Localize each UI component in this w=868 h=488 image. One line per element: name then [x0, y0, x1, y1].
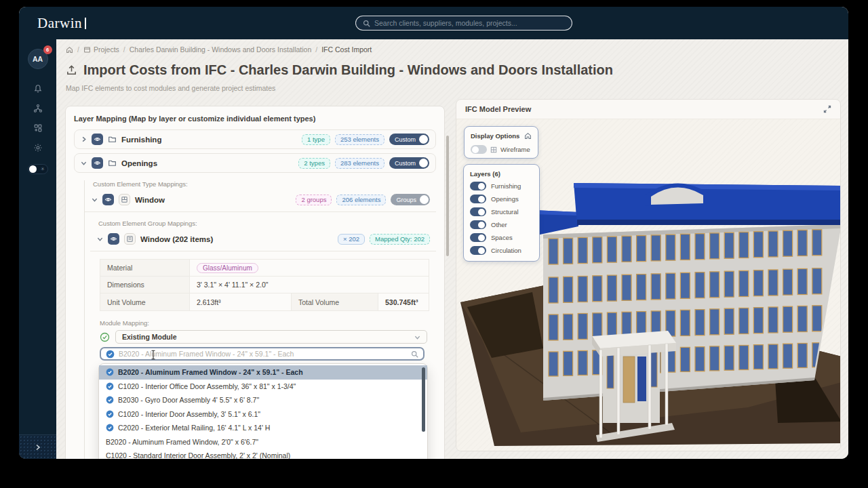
theme-toggle[interactable]: ☀ — [28, 164, 48, 174]
layer-toggle[interactable] — [470, 246, 486, 255]
module-option[interactable]: B2020 - Aluminum Framed Window - 24" x 5… — [99, 365, 427, 380]
layer-toggle-label: Furnishing — [491, 182, 521, 190]
breadcrumb-current: IFC Cost Import — [321, 45, 372, 54]
group-name: Window (202 items) — [140, 235, 333, 243]
layer-toggle[interactable] — [470, 233, 486, 242]
group-row-window[interactable]: Window (202 items) × 202 Mapped Qty: 202 — [90, 232, 436, 251]
module-option[interactable]: C2020 - Exterior Metal Railing, 16' 4.1"… — [99, 421, 427, 435]
breadcrumb-projects[interactable]: Projects — [83, 45, 119, 54]
main-content: / Projects / Charles Darwin Building - W… — [56, 39, 848, 459]
workflow-icon[interactable] — [33, 104, 43, 113]
module-option-label: C1020 - Standard Interior Door Assembly,… — [106, 451, 290, 459]
panel-scrollbar[interactable] — [446, 136, 449, 256]
visibility-toggle[interactable] — [92, 157, 103, 169]
check-circle-icon — [106, 368, 114, 376]
model-viewport[interactable]: Display Options Wireframe Layers (6) Fur… — [456, 119, 840, 451]
layer-name: Openings — [121, 159, 294, 167]
module-option[interactable]: C1020 - Interior Office Door Assembly, 3… — [99, 380, 427, 394]
check-circle-icon — [106, 382, 114, 390]
breadcrumb-home[interactable] — [66, 46, 73, 54]
dropdown-scrollbar[interactable] — [422, 367, 425, 432]
ibeam-cursor — [150, 350, 157, 363]
settings-gear-icon[interactable] — [33, 143, 43, 152]
wireframe-icon — [490, 146, 497, 153]
layer-visibility-row: Furnishing — [470, 182, 533, 190]
layer-toggle[interactable] — [470, 220, 486, 229]
module-search-input[interactable]: B2020 - Aluminum Framed Window - 24" x 5… — [100, 347, 425, 361]
breadcrumb: / Projects / Charles Darwin Building - W… — [66, 45, 372, 54]
expand-icon[interactable] — [823, 105, 831, 113]
table-row: Unit Volume 2.613ft³ Total Volume 530.74… — [100, 293, 429, 310]
home-icon[interactable] — [524, 132, 532, 140]
module-option-label: C1020 - Interior Door Assembly, 3' 5.1" … — [118, 410, 260, 418]
elements-badge: 253 elements — [335, 134, 384, 145]
layers-card: Layers (6) FurnishingOpeningsStructuralO… — [463, 164, 540, 262]
module-option-label: C2020 - Exterior Metal Railing, 16' 4.1"… — [118, 424, 270, 432]
layer-visibility-row: Other — [470, 220, 533, 229]
module-option[interactable]: C1020 - Standard Interior Door Assembly,… — [99, 449, 427, 459]
module-option[interactable]: B2030 - Gyro Door Assembly 4' 5.5" x 6' … — [99, 393, 427, 407]
home-icon — [66, 46, 73, 54]
types-badge: 1 type — [302, 134, 330, 145]
breadcrumb-project-name[interactable]: Charles Darwin Building - Windows and Do… — [130, 45, 311, 54]
types-badge: 2 types — [298, 158, 330, 169]
chevron-down-icon[interactable] — [97, 236, 103, 242]
module-option[interactable]: C1020 - Interior Door Assembly, 3' 5.1" … — [99, 407, 427, 422]
custom-toggle[interactable]: Custom — [389, 134, 429, 145]
chevron-right-icon[interactable] — [81, 136, 87, 142]
groups-badge: 2 groups — [296, 195, 332, 205]
layer-row-furnishing[interactable]: Furnishing 1 type 253 elements Custom — [74, 129, 436, 149]
module-option-label: B2030 - Gyro Door Assembly 4' 5.5" x 6' … — [118, 396, 259, 404]
layer-mapping-title: Layer Mapping (Map by layer or customize… — [74, 115, 436, 123]
type-row-window[interactable]: Window 2 groups 206 elements Groups — [85, 192, 436, 212]
material-label: Material — [100, 260, 190, 276]
material-value: Glass/Aluminum — [197, 263, 258, 273]
layer-toggle-label: Structural — [491, 208, 519, 216]
chevron-right-icon — [35, 444, 41, 451]
visibility-toggle[interactable] — [108, 233, 119, 245]
layer-name: Furnishing — [121, 136, 297, 144]
layer-row-openings[interactable]: Openings 2 types 283 elements Custom — [74, 153, 436, 173]
preview-title: IFC Model Preview — [465, 105, 531, 113]
wireframe-label: Wireframe — [500, 146, 530, 153]
elements-badge: 283 elements — [335, 158, 384, 169]
window-group-icon — [124, 233, 136, 245]
layer-visibility-row: Openings — [470, 195, 533, 203]
layer-toggle[interactable] — [470, 182, 486, 190]
page-subtitle: Map IFC elements to cost modules and gen… — [66, 84, 275, 92]
visibility-toggle[interactable] — [102, 194, 114, 205]
group-mappings-label: Custom Element Group Mappings: — [98, 220, 436, 227]
module-option[interactable]: B2020 - Aluminum Framed Window, 2'0" x 6… — [99, 435, 427, 449]
unit-volume-label: Unit Volume — [100, 293, 190, 310]
global-search-input[interactable]: Search clients, suppliers, modules, proj… — [355, 16, 572, 30]
modules-icon[interactable] — [33, 123, 43, 133]
check-circle-icon — [106, 410, 114, 418]
total-volume-value: 530.745ft³ — [378, 293, 429, 310]
table-row: Material Glass/Aluminum — [100, 260, 429, 277]
layer-toggle[interactable] — [470, 195, 486, 203]
page-title: Import Costs from IFC - Charles Darwin B… — [66, 62, 613, 78]
wireframe-toggle[interactable] — [471, 145, 487, 154]
layer-toggle-label: Circulation — [491, 247, 521, 254]
sidebar: AA 6 ☀ — [19, 39, 56, 459]
eye-icon — [94, 136, 101, 143]
bell-icon[interactable] — [33, 84, 43, 94]
mapped-qty-badge: Mapped Qty: 202 — [370, 234, 430, 245]
module-option-label: B2020 - Aluminum Framed Window, 2'0" x 6… — [106, 438, 258, 446]
groups-toggle[interactable]: Groups — [391, 194, 430, 205]
layer-toggle[interactable] — [470, 207, 486, 216]
custom-toggle[interactable]: Custom — [389, 157, 429, 169]
visibility-toggle[interactable] — [92, 134, 103, 145]
layers-list: FurnishingOpeningsStructuralOtherSpacesC… — [470, 182, 533, 255]
chevron-down-icon[interactable] — [81, 160, 87, 166]
sidebar-expand-button[interactable] — [19, 434, 56, 459]
module-type-select[interactable]: Existing Module — [115, 330, 427, 344]
layer-visibility-row: Circulation — [470, 246, 533, 255]
elements-badge: 206 elements — [336, 195, 386, 205]
check-circle-icon — [106, 424, 114, 432]
eye-icon — [94, 159, 101, 167]
folder-icon — [108, 159, 117, 167]
folder-icon — [108, 135, 117, 144]
layer-visibility-row: Structural — [470, 207, 533, 216]
chevron-down-icon[interactable] — [92, 197, 98, 203]
